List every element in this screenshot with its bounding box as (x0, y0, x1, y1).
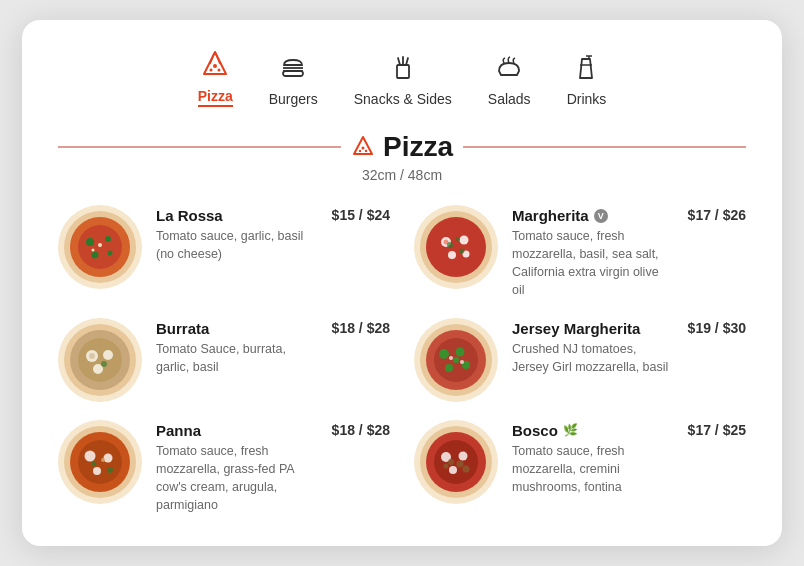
svg-point-33 (460, 236, 469, 245)
svg-point-46 (89, 353, 95, 359)
menu-item-price-margherita: $17 / $26 (688, 205, 746, 223)
menu-item-info-burrata: Burrata Tomato Sauce, burrata, garlic, b… (156, 318, 318, 376)
menu-item-name-margherita: Margherita V (512, 207, 674, 224)
menu-item-info-la-rossa: La Rossa Tomato sauce, garlic, basil (no… (156, 205, 318, 263)
pizza-image-panna (58, 420, 142, 504)
svg-marker-16 (354, 137, 372, 154)
svg-point-66 (101, 458, 105, 462)
nav-burgers[interactable]: Burgers (269, 51, 318, 107)
menu-item-desc-burrata: Tomato Sauce, burrata, garlic, basil (156, 340, 318, 376)
svg-point-55 (453, 357, 459, 363)
svg-point-4 (210, 69, 213, 72)
svg-point-74 (448, 459, 454, 465)
menu-item-burrata: Burrata Tomato Sauce, burrata, garlic, b… (58, 318, 390, 402)
nav-snacks-label: Snacks & Sides (354, 91, 452, 107)
menu-item-jersey-margherita: Jersey Margherita Crushed NJ tomatoes, J… (414, 318, 746, 402)
margherita-badge: V (594, 209, 608, 223)
pizza-image-jersey-margherita (414, 318, 498, 402)
menu-grid: La Rossa Tomato sauce, garlic, basil (no… (58, 205, 746, 514)
pizza-image-burrata (58, 318, 142, 402)
menu-item-info-margherita: Margherita V Tomato sauce, fresh mozzare… (512, 205, 674, 300)
svg-line-1 (215, 52, 220, 64)
svg-marker-0 (204, 52, 226, 74)
menu-item-price-la-rossa: $15 / $24 (332, 205, 390, 223)
menu-item-name-panna: Panna (156, 422, 318, 439)
svg-point-61 (85, 450, 96, 461)
svg-point-60 (78, 440, 122, 484)
svg-point-27 (98, 243, 102, 247)
nav-salads[interactable]: Salads (488, 51, 531, 107)
svg-line-12 (406, 58, 408, 65)
menu-item-info-bosco: Bosco 🌿 Tomato sauce, fresh mozzarella, … (512, 420, 674, 496)
menu-item-price-panna: $18 / $28 (332, 420, 390, 438)
pizza-image-la-rossa (58, 205, 142, 289)
svg-point-53 (445, 364, 453, 372)
menu-item-desc-bosco: Tomato sauce, fresh mozzarella, cremini … (512, 442, 674, 496)
svg-point-28 (92, 249, 95, 252)
section-subtitle: 32cm / 48cm (58, 167, 746, 183)
section-title: Pizza (351, 131, 453, 163)
nav-pizza[interactable]: Pizza (198, 48, 233, 107)
category-nav: Pizza Burgers Sn (58, 48, 746, 107)
menu-item-name-burrata: Burrata (156, 320, 318, 337)
svg-point-75 (457, 460, 464, 467)
menu-item-price-jersey-margherita: $19 / $30 (688, 318, 746, 336)
menu-item-name-bosco: Bosco 🌿 (512, 422, 674, 439)
svg-point-3 (213, 64, 217, 68)
menu-item-name-la-rossa: La Rossa (156, 207, 318, 224)
svg-point-72 (449, 466, 457, 474)
menu-item-name-jersey-margherita: Jersey Margherita (512, 320, 674, 337)
svg-point-26 (108, 251, 113, 256)
section-header: Pizza (58, 131, 746, 163)
svg-point-19 (365, 150, 367, 152)
pizza-image-margherita (414, 205, 498, 289)
nav-snacks[interactable]: Snacks & Sides (354, 51, 452, 107)
svg-point-25 (92, 252, 99, 259)
nav-pizza-label: Pizza (198, 88, 233, 107)
svg-line-2 (210, 52, 215, 64)
svg-point-57 (460, 360, 464, 364)
svg-point-38 (460, 249, 465, 254)
menu-item-info-panna: Panna Tomato sauce, fresh mozzarella, gr… (156, 420, 318, 515)
menu-item-price-burrata: $18 / $28 (332, 318, 390, 336)
svg-point-17 (361, 147, 364, 150)
menu-item-margherita: Margherita V Tomato sauce, fresh mozzare… (414, 205, 746, 300)
menu-item-bosco: Bosco 🌿 Tomato sauce, fresh mozzarella, … (414, 420, 746, 515)
svg-point-24 (105, 236, 111, 242)
svg-point-52 (456, 347, 465, 356)
menu-item-price-bosco: $17 / $25 (688, 420, 746, 438)
bosco-badge: 🌿 (563, 423, 578, 437)
svg-point-69 (434, 440, 478, 484)
svg-point-37 (447, 242, 453, 248)
svg-point-39 (456, 237, 460, 241)
svg-point-23 (86, 238, 94, 246)
svg-point-56 (449, 356, 453, 360)
svg-point-71 (459, 451, 468, 460)
svg-point-5 (218, 69, 221, 72)
svg-point-51 (439, 349, 449, 359)
svg-point-65 (92, 461, 97, 466)
section-pizza-icon (351, 135, 375, 159)
nav-burgers-label: Burgers (269, 91, 318, 107)
fries-icon (386, 51, 420, 85)
menu-item-desc-panna: Tomato sauce, fresh mozzarella, grass-fe… (156, 442, 318, 515)
pizza-icon (198, 48, 232, 82)
menu-item-desc-la-rossa: Tomato sauce, garlic, basil (no cheese) (156, 227, 318, 263)
menu-item-desc-margherita: Tomato sauce, fresh mozzarella, basil, s… (512, 227, 674, 300)
svg-point-31 (434, 225, 478, 269)
svg-point-18 (359, 150, 361, 152)
svg-point-34 (448, 251, 456, 259)
svg-point-76 (444, 463, 449, 468)
menu-item-panna: Panna Tomato sauce, fresh mozzarella, gr… (58, 420, 390, 515)
svg-point-47 (101, 361, 107, 367)
menu-item-info-jersey-margherita: Jersey Margherita Crushed NJ tomatoes, J… (512, 318, 674, 376)
svg-point-42 (78, 338, 122, 382)
svg-rect-9 (397, 65, 409, 78)
drinks-icon (569, 51, 603, 85)
menu-item-desc-jersey-margherita: Crushed NJ tomatoes, Jersey Girl mozzare… (512, 340, 674, 376)
nav-salads-label: Salads (488, 91, 531, 107)
nav-drinks[interactable]: Drinks (567, 51, 607, 107)
svg-point-44 (103, 350, 113, 360)
menu-card: Pizza Burgers Sn (22, 20, 782, 546)
svg-point-73 (463, 465, 470, 472)
